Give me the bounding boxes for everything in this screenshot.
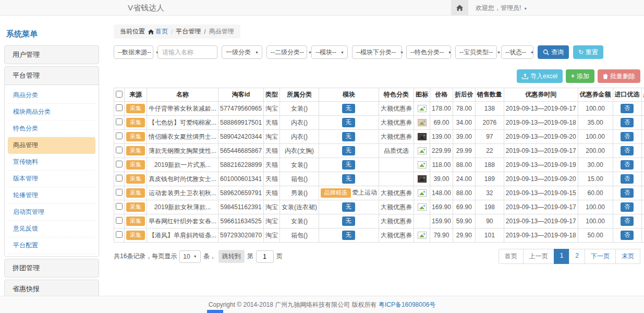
sidebar-item[interactable]: 拼团管理	[4, 259, 99, 278]
submenu-item[interactable]: 版本管理	[8, 171, 95, 187]
page-link[interactable]: 下一页	[585, 249, 616, 264]
import-select-toggle[interactable]: 否	[621, 118, 634, 127]
submenu-item[interactable]: 模块商品分类	[8, 104, 95, 121]
goods-category: 女装()	[280, 214, 319, 228]
page-link[interactable]: 2	[569, 249, 585, 264]
goods-name: 早春网红针织外套女春...	[147, 214, 218, 228]
caret-down-icon: ▼	[341, 51, 344, 54]
col-icon: 图标	[414, 88, 430, 102]
table-row: 采集 薄款无钢圈文胸聚拢性... 565446685867 天猫 内衣(文胸) …	[114, 144, 644, 158]
sidebar: 系统菜单 用户管理 平台管理 商品分类 模块商品分类 特色分类 商品管理 宣传物…	[4, 26, 99, 298]
user-menu[interactable]: 欢迎您，管理员! ▾	[476, 4, 527, 13]
filter-select[interactable]: --模块下分类--▼	[352, 45, 402, 59]
table-row: 采集 情侣睡衣女夏丝绸男士... 589042420344 淘宝 内衣() 无 …	[114, 130, 644, 144]
submenu-item[interactable]: 轮播管理	[8, 187, 95, 204]
icp-link[interactable]: 粤ICP备16098006号	[379, 300, 435, 309]
breadcrumb-home-link[interactable]: 首页	[148, 27, 168, 36]
filter-select[interactable]: --模块--▼	[311, 45, 348, 59]
sidebar-item-platform-management[interactable]: 平台管理	[4, 66, 99, 85]
special-category: 大额优惠券	[379, 186, 414, 200]
discount-price: 88.00	[453, 186, 475, 200]
row-checkbox[interactable]	[116, 104, 123, 111]
import-select-toggle[interactable]: 否	[621, 202, 634, 211]
col-must-buy: 必买清单	[641, 88, 644, 102]
add-button[interactable]: + 添加	[566, 69, 594, 83]
special-category	[379, 172, 414, 186]
caret-down-icon: ▼	[497, 51, 501, 54]
import-select-toggle[interactable]: 否	[621, 216, 634, 225]
source-badge: 采集	[126, 118, 145, 127]
product-image-icon	[418, 175, 427, 183]
coupon-time: 2019-09-13—2019-09-17	[504, 214, 578, 228]
col-special: 特色分类	[379, 88, 414, 102]
table-row: 采集 牛仔背带裤女秋装减龄... 577479560965 淘宝 女装() 无 …	[114, 102, 644, 116]
nav-home-button[interactable]	[451, 0, 468, 16]
source-badge: 采集	[126, 188, 145, 197]
filter-select[interactable]: 一级分类▼	[222, 45, 262, 59]
page-link[interactable]: 末页	[615, 249, 640, 264]
caret-down-icon: ▼	[530, 51, 534, 54]
import-select-toggle[interactable]: 否	[621, 174, 634, 183]
import-select-toggle[interactable]: 否	[621, 160, 634, 169]
table-header-row: 来源 名称 淘客id 类型 所属分类 模块 特色分类 图标 价格 折后价 销售数…	[114, 88, 644, 102]
horizontal-scrollbar-thumb[interactable]	[207, 310, 223, 313]
query-button[interactable]: 查询	[538, 45, 569, 59]
submenu-item[interactable]: 特色分类	[8, 121, 95, 137]
import-select-toggle[interactable]: 否	[621, 188, 634, 197]
data-source-select[interactable]: --数据来源--▼	[114, 45, 153, 59]
product-image-icon	[418, 189, 427, 197]
filter-select[interactable]: --宝贝类型--▼	[455, 45, 497, 59]
submenu-item[interactable]: 商品分类	[8, 87, 95, 104]
reset-button[interactable]: ↻ 重置	[573, 45, 603, 59]
taoke-id: 565446685867	[218, 144, 264, 158]
per-page-select[interactable]: 10▼	[179, 250, 200, 263]
row-checkbox[interactable]	[116, 231, 123, 238]
filter-select[interactable]: --特色分类--▼	[406, 45, 451, 59]
taoke-id: 589620659791	[218, 186, 264, 200]
submenu-item[interactable]: 意见反馈	[8, 221, 95, 237]
page-link[interactable]: 1	[554, 249, 570, 264]
import-select-toggle[interactable]: 否	[621, 132, 634, 141]
row-checkbox[interactable]	[116, 118, 123, 125]
breadcrumb-level3: 商品管理	[209, 27, 234, 36]
col-taoke-id: 淘客id	[218, 88, 264, 102]
name-search-input[interactable]	[157, 45, 217, 59]
import-select-toggle[interactable]: 否	[621, 146, 634, 155]
row-checkbox[interactable]	[116, 203, 123, 210]
filter-select[interactable]: --二级分类--▼	[266, 45, 307, 59]
submenu-item[interactable]: 启动页管理	[8, 204, 95, 221]
taoke-id: 589042420344	[218, 130, 264, 144]
submenu-item[interactable]: 商品管理	[8, 137, 95, 154]
plus-icon: +	[571, 73, 575, 80]
row-checkbox[interactable]	[116, 133, 123, 139]
row-checkbox[interactable]	[116, 175, 123, 182]
select-all-checkbox[interactable]	[116, 91, 123, 98]
sales-count: 189	[475, 172, 504, 186]
row-checkbox[interactable]	[116, 217, 123, 224]
row-checkbox[interactable]	[116, 161, 123, 167]
product-image-icon	[418, 147, 427, 154]
table-row: 采集 2019新款女秋薄款... 598451162391 淘宝 女装(连衣裙)…	[114, 200, 644, 214]
import-excel-button[interactable]: 导入excel	[517, 69, 563, 83]
row-checkbox[interactable]	[116, 147, 123, 153]
special-category: 大额优惠券	[379, 214, 414, 228]
price: 229.99	[430, 144, 453, 158]
jump-button[interactable]: 跳转到	[218, 250, 245, 263]
page-link: 首页	[499, 249, 524, 264]
import-select-toggle[interactable]: 否	[621, 104, 634, 113]
submenu-item[interactable]: 平台配置	[8, 237, 95, 254]
platform-submenu: 商品分类 模块商品分类 特色分类 商品管理 宣传物料 版本管理 轮播管理 启动页…	[4, 85, 99, 257]
sidebar-item-user-management[interactable]: 用户管理	[4, 45, 99, 64]
goods-type: 淘宝	[264, 214, 280, 228]
filter-select[interactable]: --状态--▼	[501, 45, 533, 59]
footer: Copyright © 2014-2018 广州九驰网络科技有限公司 版权所有 …	[0, 296, 644, 313]
coupon-amount: 50.00	[578, 228, 613, 243]
source-badge: 采集	[126, 104, 145, 113]
submenu-item[interactable]: 宣传物料	[8, 154, 95, 171]
caret-down-icon: ▼	[400, 51, 404, 54]
row-checkbox[interactable]	[116, 189, 123, 196]
import-select-toggle[interactable]: 否	[621, 231, 634, 239]
batch-delete-button[interactable]: 批量删除	[598, 69, 640, 83]
page-number-input[interactable]	[256, 250, 274, 263]
price: 139.00	[430, 130, 453, 144]
